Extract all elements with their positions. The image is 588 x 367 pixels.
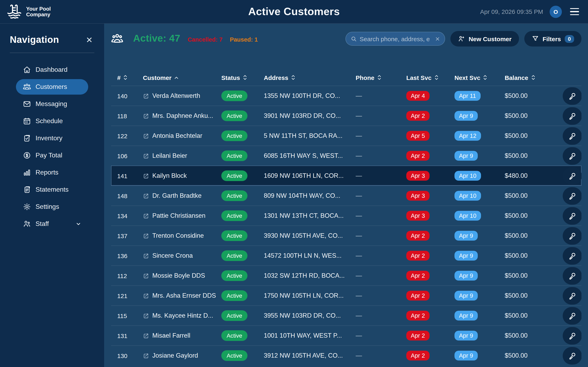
address-link[interactable]: 3912 NW 105TH AVE, CO... [264, 352, 343, 359]
key-access-button[interactable] [563, 247, 581, 264]
external-link-icon[interactable] [143, 193, 149, 199]
address-link[interactable]: 809 NW 104TH WAY, CO... [264, 192, 340, 199]
sidebar-item-customers[interactable]: Customers [16, 79, 88, 95]
table-row[interactable]: 115Ms. Kaycee Hintz D...Active3955 NW 10… [111, 305, 581, 325]
column-header-phone[interactable]: Phone [356, 74, 406, 81]
customer-name[interactable]: Pattie Christiansen [152, 212, 205, 219]
filters-button[interactable]: Filters 0 [524, 31, 582, 47]
table-row[interactable]: 118Mrs. Daphnee Anku...Active3901 NW 103… [111, 106, 581, 125]
key-access-button[interactable] [563, 107, 581, 125]
column-header-balance[interactable]: Balance [505, 74, 563, 81]
external-link-icon[interactable] [143, 133, 149, 139]
customer-name[interactable]: Mrs. Asha Ernser DDS [152, 292, 216, 299]
address-link[interactable]: 1301 NW 13TH CT, BOCA... [264, 212, 344, 219]
key-access-button[interactable] [563, 87, 581, 105]
customer-name[interactable]: Mossie Boyle DDS [152, 272, 205, 279]
external-link-icon[interactable] [143, 113, 149, 119]
address-link[interactable]: 1032 SW 12TH RD, BOCA... [264, 272, 345, 279]
key-access-button[interactable] [563, 327, 581, 344]
table-row[interactable]: 148Dr. Garth BradtkeActive809 NW 104TH W… [111, 185, 581, 206]
customer-name[interactable]: Leilani Beier [152, 152, 187, 159]
customer-name[interactable]: Kailyn Block [152, 172, 187, 179]
column-header-status[interactable]: Status [221, 74, 264, 81]
external-link-icon[interactable] [143, 352, 149, 359]
key-access-button[interactable] [563, 187, 581, 205]
address-link[interactable]: 3955 NW 103RD DR, CO... [264, 312, 341, 319]
address-link[interactable]: 1750 NW 105TH LN, COR... [264, 292, 344, 299]
key-access-button[interactable] [563, 167, 581, 184]
customer-name[interactable]: Verda Altenwerth [152, 92, 200, 100]
external-link-icon[interactable] [143, 93, 149, 99]
sidebar-item-staff[interactable]: Staff [16, 216, 88, 232]
address-link[interactable]: 5 NW 11TH ST, BOCA RA... [264, 132, 342, 139]
key-access-button[interactable] [563, 207, 581, 225]
address-link[interactable]: 1001 10TH WAY, WEST P... [264, 332, 342, 339]
sidebar-item-reports[interactable]: Reports [16, 165, 88, 180]
address-link[interactable]: 14572 100TH LN N, WES... [264, 252, 342, 259]
search-input[interactable] [360, 35, 432, 42]
external-link-icon[interactable] [143, 233, 149, 239]
customer-name[interactable]: Trenton Considine [152, 232, 204, 239]
customer-name[interactable]: Ms. Kaycee Hintz D... [152, 312, 213, 319]
external-link-icon[interactable] [143, 153, 149, 159]
table-row[interactable]: 131Misael FarrellActive1001 10TH WAY, WE… [111, 325, 581, 345]
external-link-icon[interactable] [143, 253, 149, 259]
table-row[interactable]: 137Trenton ConsidineActive3930 NW 105TH … [111, 225, 581, 245]
customer-name[interactable]: Sincere Crona [152, 252, 193, 259]
table-row[interactable]: 122Antonia BechtelarActive5 NW 11TH ST, … [111, 125, 581, 146]
column-header-last-svc[interactable]: Last Svc [406, 74, 454, 81]
avatar[interactable]: O [550, 6, 562, 18]
address-link[interactable]: 1609 NW 106TH LN, COR... [264, 172, 344, 179]
sidebar-item-statements[interactable]: Statements [16, 182, 88, 197]
external-link-icon[interactable] [143, 313, 149, 319]
balance-cell: $500.00 [505, 192, 563, 200]
external-link-icon[interactable] [143, 213, 149, 219]
table-row[interactable]: 106Leilani BeierActive6085 16TH WAY S, W… [111, 146, 581, 166]
address-link[interactable]: 3901 NW 103RD DR, CO... [264, 112, 341, 119]
column-header-address[interactable]: Address [264, 74, 356, 81]
customer-name[interactable]: Dr. Garth Bradtke [152, 192, 201, 200]
sidebar-item-label: Staff [35, 220, 49, 227]
sidebar-item-dashboard[interactable]: Dashboard [16, 62, 88, 77]
sidebar-item-inventory[interactable]: Inventory [16, 131, 88, 146]
table-row[interactable]: 112Mossie Boyle DDSActive1032 SW 12TH RD… [111, 266, 581, 285]
sidebar-item-settings[interactable]: Settings [16, 199, 88, 215]
table-row[interactable]: 141Kailyn BlockActive1609 NW 106TH LN, C… [111, 166, 581, 185]
table-row[interactable]: 121Mrs. Asha Ernser DDSActive1750 NW 105… [111, 285, 581, 305]
external-link-icon[interactable] [143, 292, 149, 299]
column-header-customer[interactable]: Customer [143, 74, 221, 81]
new-customer-button[interactable]: New Customer [450, 31, 519, 47]
key-access-button[interactable] [563, 147, 581, 165]
key-access-button[interactable] [563, 347, 581, 364]
external-link-icon[interactable] [143, 273, 149, 279]
key-access-button[interactable] [563, 227, 581, 244]
external-link-icon[interactable] [143, 173, 149, 179]
next-svc-badge: Apr 9 [454, 111, 477, 121]
column-header-next-svc[interactable]: Next Svc [454, 74, 505, 81]
key-access-button[interactable] [563, 267, 581, 284]
sidebar-item-schedule[interactable]: Schedule [16, 113, 88, 129]
key-access-button[interactable] [563, 307, 581, 324]
sidebar-item-messaging[interactable]: Messaging [16, 96, 88, 112]
key-access-button[interactable] [563, 287, 581, 304]
customer-name[interactable]: Antonia Bechtelar [152, 132, 202, 140]
table-row[interactable]: 136Sincere CronaActive14572 100TH LN N, … [111, 245, 581, 266]
table-row[interactable]: 130Josiane GaylordActive3912 NW 105TH AV… [111, 345, 581, 365]
customer-name[interactable]: Mrs. Daphnee Anku... [152, 112, 213, 119]
table-row[interactable]: 134Pattie ChristiansenActive1301 NW 13TH… [111, 206, 581, 225]
hamburger-menu-icon[interactable] [568, 7, 581, 17]
column-header-number[interactable]: # [117, 74, 143, 81]
customer-name[interactable]: Josiane Gaylord [152, 352, 198, 359]
table-row[interactable]: 140Verda AltenwerthActive1355 NW 100TH D… [111, 86, 581, 106]
close-icon[interactable]: ✕ [84, 35, 94, 45]
sidebar-item-pay-total[interactable]: Pay Total [16, 148, 88, 163]
external-link-icon[interactable] [143, 333, 149, 339]
phone-cell: — [356, 192, 406, 200]
address-link[interactable]: 3930 NW 105TH AVE, CO... [264, 232, 343, 239]
address-link[interactable]: 6085 16TH WAY S, WEST... [264, 152, 343, 159]
address-link[interactable]: 1355 NW 100TH DR, CO... [264, 92, 340, 99]
customer-name[interactable]: Misael Farrell [152, 332, 190, 339]
last-svc-badge: Apr 2 [406, 251, 429, 261]
key-access-button[interactable] [563, 127, 581, 145]
clear-search-icon[interactable] [434, 36, 440, 42]
